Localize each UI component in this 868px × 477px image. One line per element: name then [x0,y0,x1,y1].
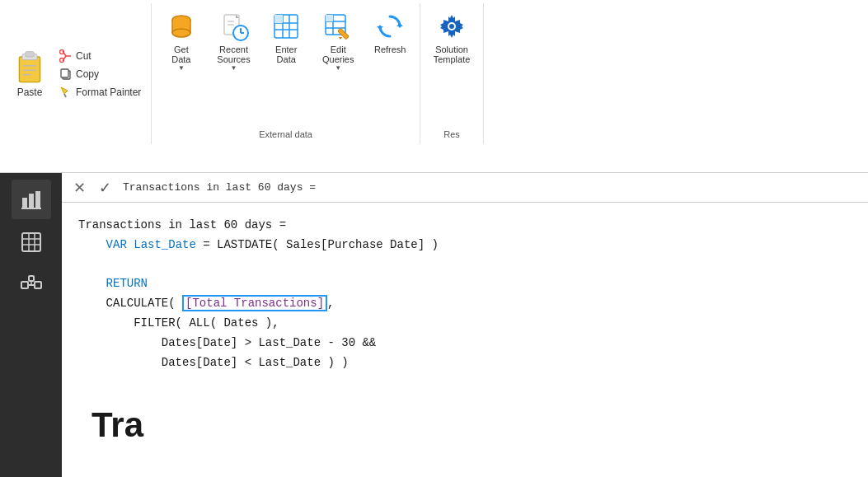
dax-line-6: FILTER( ALL( Dates ), [78,314,852,334]
edit-queries-icon [323,12,353,41]
enter-data-icon [271,12,301,41]
copy-button[interactable]: Copy [56,66,144,82]
cut-button[interactable]: Cut [56,48,144,64]
svg-rect-45 [22,233,40,251]
edit-queries-label-area: EditQueries ▼ [322,44,354,72]
formula-cancel-button[interactable]: ✕ [68,177,91,199]
svg-rect-43 [35,191,40,208]
left-sidebar [0,173,62,477]
get-data-label-area: GetData ▼ [171,44,190,72]
clipboard-group: Paste Cut [0,3,152,144]
table-icon [20,231,43,254]
solution-templates-label: SolutionTemplate [434,44,471,64]
dax-line-1: Transactions in last 60 days = [78,216,852,236]
svg-point-40 [449,24,454,29]
clipboard-small-buttons: Cut Copy Format Painter [56,7,144,141]
refresh-button[interactable]: Refresh [368,7,413,58]
recent-sources-arrow: ▼ [231,64,237,72]
paste-label: Paste [17,87,43,98]
svg-rect-33 [326,15,333,21]
format-painter-icon [59,86,73,99]
format-painter-label: Format Painter [76,87,141,98]
svg-rect-53 [29,276,34,281]
scissors-icon [59,49,73,63]
ribbon-toolbar: Paste Cut [0,0,868,144]
bar-chart-icon [20,188,43,211]
solution-templates-group: SolutionTemplate Res [420,3,485,144]
edit-queries-label: EditQueries [322,44,354,64]
copy-icon [59,68,73,81]
preview-title: Tra [91,405,143,444]
svg-rect-10 [61,69,68,77]
get-data-icon [167,12,196,41]
svg-rect-50 [21,282,28,288]
external-data-group-label: External data [259,126,312,141]
sidebar-item-barchart[interactable] [12,180,51,219]
formula-preview: Transactions in last 60 days = [123,181,861,194]
svg-line-11 [64,94,66,97]
edit-queries-button[interactable]: EditQueries ▼ [316,7,361,75]
ribbon: Paste Cut [0,0,868,173]
refresh-label: Refresh [374,44,406,54]
svg-marker-37 [377,26,383,30]
formula-actions: ✕ ✓ [68,177,116,199]
recent-sources-label-area: RecentSources ▼ [217,44,250,72]
external-data-group: GetData ▼ [152,3,420,144]
svg-point-14 [172,29,190,37]
recent-sources-label: RecentSources [217,44,250,64]
external-data-buttons: GetData ▼ [158,7,412,126]
svg-rect-0 [19,57,40,82]
cut-label: Cut [76,50,91,62]
sidebar-item-relationship[interactable] [12,265,51,305]
dax-line-8: Dates[Date] < Last_Date ) ) [78,353,852,373]
measure-highlight: [Total Transactions] [182,295,327,311]
refresh-icon [375,12,405,41]
svg-marker-36 [396,23,403,26]
relationship-icon [20,274,43,297]
formula-confirm-button[interactable]: ✓ [94,177,116,199]
edit-queries-arrow: ▼ [335,64,341,72]
svg-marker-35 [339,37,342,40]
copy-label: Copy [76,68,99,80]
svg-rect-28 [274,15,283,23]
svg-rect-2 [26,52,35,57]
svg-rect-41 [22,198,27,208]
formula-bar: ✕ ✓ Transactions in last 60 days = [62,173,868,203]
svg-rect-51 [35,282,41,288]
dax-line-2: VAR Last_Date = LASTDATE( Sales[Purchase… [78,236,852,255]
dax-editor[interactable]: Transactions in last 60 days = VAR Last_… [62,203,868,477]
format-painter-button[interactable]: Format Painter [56,84,144,101]
paste-icon [13,49,46,87]
solution-templates-icon [437,12,467,41]
sidebar-item-table[interactable] [12,222,51,262]
paste-button[interactable]: Paste [7,7,53,141]
content-area: ✕ ✓ Transactions in last 60 days = Trans… [62,173,868,477]
dax-line-7: Dates[Date] > Last_Date - 30 && [78,334,852,353]
preview-card: Tra [78,389,157,461]
solution-templates-content: SolutionTemplate [427,7,477,126]
recent-sources-button[interactable]: RecentSources ▼ [210,7,256,75]
dax-line-3 [78,255,852,275]
main-area: ✕ ✓ Transactions in last 60 days = Trans… [0,173,868,477]
get-data-label: GetData [171,44,190,64]
solution-templates-button[interactable]: SolutionTemplate [427,7,477,68]
solution-templates-group-label: Res [443,126,460,141]
enter-data-button[interactable]: EnterData [264,7,309,68]
enter-data-label: EnterData [275,44,297,64]
dax-line-4: RETURN [78,274,852,294]
get-data-button[interactable]: GetData ▼ [158,7,204,75]
svg-rect-42 [29,194,34,208]
recent-sources-icon [219,12,249,41]
dax-line-5: CALCULATE( [Total Transactions], [78,294,852,314]
get-data-arrow: ▼ [178,64,185,72]
